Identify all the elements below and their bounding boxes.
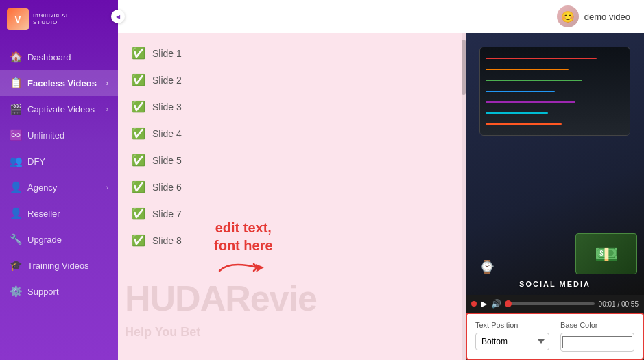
slide-label: Slide 2: [152, 75, 182, 86]
record-dot: [471, 301, 477, 307]
sidebar-item-captivate-videos[interactable]: 🎬 Captivate Videos ›: [0, 96, 118, 122]
support-icon: ⚙️: [10, 285, 22, 298]
slide-check-icon: ✅: [132, 100, 145, 113]
sidebar-item-label: Captivate Videos: [27, 104, 95, 115]
annotation: edit text,font here: [214, 219, 273, 278]
video-panel: 💵 ⌚ SOCIAL MEDIA ▶ 🔊 00:01 / 00:55: [466, 33, 644, 360]
sidebar-item-faceless-videos[interactable]: 📋 Faceless Videos ›: [0, 70, 118, 96]
sidebar-item-label: DFY: [27, 156, 45, 167]
faceless-videos-icon: 📋: [10, 77, 22, 89]
slide-label: Slide 5: [152, 155, 182, 166]
sidebar-item-label: Dashboard: [27, 52, 71, 62]
slide-label: Slide 7: [152, 208, 182, 219]
sidebar-item-label: Faceless Videos: [27, 78, 97, 88]
slide-check-icon: ✅: [132, 180, 145, 193]
sidebar-item-unlimited[interactable]: ♾️ Unlimited: [0, 122, 118, 148]
slide-item[interactable]: ✅ Slide 3: [132, 93, 452, 120]
captivate-icon: 🎬: [10, 103, 22, 115]
time-display: 00:01 / 00:55: [599, 300, 639, 308]
progress-dot: [505, 300, 512, 307]
slide-check-icon: ✅: [132, 127, 145, 140]
base-color-group: Base Color: [560, 321, 634, 352]
slide-check-icon: ✅: [132, 154, 145, 167]
chevron-right-icon: ›: [106, 184, 108, 191]
video-preview: 💵 ⌚ SOCIAL MEDIA: [466, 33, 644, 295]
upgrade-icon: 🔧: [10, 233, 22, 245]
sidebar-item-label: Agency: [27, 182, 57, 193]
sidebar-item-agency[interactable]: 👤 Agency ›: [0, 174, 118, 200]
sidebar-item-label: Support: [27, 287, 59, 297]
text-position-group: Text Position Bottom Top Middle: [475, 321, 549, 352]
slide-item[interactable]: ✅ Slide 1: [132, 40, 452, 67]
content-area: ✅ Slide 1 ✅ Slide 2 ✅ Slide 3 ✅ Slide 4 …: [118, 33, 644, 360]
chart-lines: [483, 50, 627, 132]
sidebar: V Intellivid AI STUDIO 🏠 Dashboard 📋 Fac…: [0, 0, 118, 360]
sidebar-item-label: Training Videos: [27, 261, 89, 271]
slides-panel[interactable]: ✅ Slide 1 ✅ Slide 2 ✅ Slide 3 ✅ Slide 4 …: [118, 33, 466, 360]
video-controls: ▶ 🔊 00:01 / 00:55: [466, 295, 644, 313]
progress-bar[interactable]: [505, 302, 595, 305]
chevron-right-icon: ›: [106, 80, 108, 87]
sidebar-item-label: Upgrade: [27, 235, 62, 245]
sidebar-item-dfy[interactable]: 👥 DFY: [0, 148, 118, 174]
money-overlay: 💵: [575, 233, 637, 274]
user-info: 😊 demo video: [557, 5, 630, 27]
sidebar-item-training-videos[interactable]: 🎓 Training Videos: [0, 252, 118, 278]
slide-check-icon: ✅: [132, 234, 145, 247]
screen-visual: 💵 ⌚ SOCIAL MEDIA: [466, 33, 644, 295]
text-position-select[interactable]: Bottom Top Middle: [475, 333, 549, 350]
unlimited-icon: ♾️: [10, 129, 22, 141]
play-button[interactable]: ▶: [481, 299, 487, 309]
agency-icon: 👤: [10, 181, 22, 193]
training-icon: 🎓: [10, 259, 22, 272]
dfy-icon: 👥: [10, 155, 22, 167]
slide-item[interactable]: ✅ Slide 5: [132, 147, 452, 173]
logo-icon: V: [7, 8, 29, 30]
sidebar-collapse-button[interactable]: [111, 10, 125, 23]
watermark-sub: Help You Bet: [125, 325, 200, 339]
volume-button[interactable]: 🔊: [491, 299, 501, 309]
slide-label: Slide 4: [152, 128, 182, 139]
watermark: HUDARevie: [125, 278, 466, 319]
reseller-icon: 👤: [10, 207, 22, 219]
slide-label: Slide 8: [152, 235, 182, 246]
logo-text: Intellivid AI STUDIO: [33, 12, 68, 25]
annotation-text: edit text,font here: [214, 219, 273, 254]
slide-label: Slide 1: [152, 48, 182, 59]
text-position-label: Text Position: [475, 321, 549, 329]
slide-check-icon: ✅: [132, 73, 145, 86]
user-name: demo video: [584, 12, 630, 22]
base-color-picker[interactable]: [560, 333, 634, 352]
slide-label: Slide 6: [152, 182, 182, 193]
sidebar-item-label: Reseller: [27, 208, 60, 219]
laptop-simulation: [479, 47, 630, 136]
dashboard-icon: 🏠: [10, 51, 22, 63]
slide-item[interactable]: ✅ Slide 2: [132, 67, 452, 93]
sidebar-nav: 🏠 Dashboard 📋 Faceless Videos › 🎬 Captiv…: [0, 38, 118, 360]
watch-icon: ⌚: [479, 259, 494, 274]
slide-item[interactable]: ✅ Slide 7: [132, 200, 452, 227]
sidebar-item-label: Unlimited: [27, 130, 64, 141]
sidebar-item-support[interactable]: ⚙️ Support: [0, 278, 118, 304]
sidebar-item-reseller[interactable]: 👤 Reseller: [0, 200, 118, 226]
main-content: 😊 demo video ✅ Slide 1 ✅ Slide 2 ✅ Slide…: [118, 0, 644, 360]
avatar: 😊: [557, 5, 579, 27]
text-controls: Text Position Bottom Top Middle Base Col…: [466, 313, 644, 360]
slide-item[interactable]: ✅ Slide 4: [132, 120, 452, 147]
slide-check-icon: ✅: [132, 207, 145, 220]
slide-item[interactable]: ✅ Slide 6: [132, 173, 452, 200]
chevron-right-icon: ›: [106, 106, 108, 113]
base-color-label: Base Color: [560, 321, 634, 329]
slide-label: Slide 3: [152, 101, 182, 112]
annotation-arrow: [216, 257, 271, 278]
slide-item[interactable]: ✅ Slide 8: [132, 227, 452, 254]
social-media-label: SOCIAL MEDIA: [466, 280, 644, 288]
topbar: 😊 demo video: [118, 0, 644, 33]
sidebar-item-dashboard[interactable]: 🏠 Dashboard: [0, 44, 118, 70]
sidebar-item-upgrade[interactable]: 🔧 Upgrade: [0, 226, 118, 252]
laptop-screen: [480, 47, 630, 135]
sidebar-logo: V Intellivid AI STUDIO: [0, 0, 118, 38]
slide-check-icon: ✅: [132, 47, 145, 60]
